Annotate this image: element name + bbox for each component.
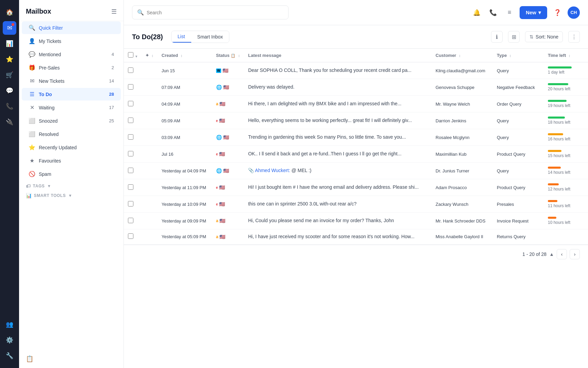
row-checkbox[interactable] xyxy=(128,218,133,223)
row-status: 🌐 🇺🇸 xyxy=(212,79,244,96)
row-checkbox-cell xyxy=(124,213,141,229)
table-row[interactable]: Yesterday at 09:09 PM a 🇺🇸 Hi, Could you… xyxy=(124,213,588,229)
row-time-left: 1 day left xyxy=(544,62,588,79)
header-customer[interactable]: Customer ↕ xyxy=(431,49,493,62)
row-message: 📎 Ahmed Wuckert: @ MEL :) xyxy=(244,163,431,179)
search-box[interactable]: 🔍 xyxy=(132,5,289,19)
row-checkbox[interactable] xyxy=(128,118,133,123)
filter-icon[interactable]: ≡ xyxy=(503,6,516,19)
notifications-icon[interactable]: 🔔 xyxy=(471,6,483,19)
table-row[interactable]: Yesterday at 04:09 PM 🌐 🇺🇸 📎 Ahmed Wucke… xyxy=(124,163,588,179)
row-checkbox[interactable] xyxy=(128,233,133,239)
sidebar-item-spam[interactable]: 🚫 Spam xyxy=(22,168,121,180)
pre-sales-icon: 🎁 xyxy=(29,64,35,71)
row-time-left: 10 hours left xyxy=(544,213,588,229)
help-icon[interactable]: ❓ xyxy=(551,6,564,19)
new-btn-chevron: ▾ xyxy=(538,10,541,16)
rail-star-icon[interactable]: ⭐ xyxy=(3,52,16,66)
list-view-button[interactable]: List xyxy=(172,31,191,43)
table-row[interactable]: Yesterday at 05:09 PM a 🇺🇸 Hi, I have ju… xyxy=(124,229,588,245)
new-tickets-icon: ✉ xyxy=(29,78,35,84)
rail-phone-icon[interactable]: 📞 xyxy=(3,99,16,113)
table-row[interactable]: 03:09 AM 🌐 🇺🇸 Trending in gardening this… xyxy=(124,129,588,146)
row-time-left: 20 hours left xyxy=(544,79,588,96)
table-row[interactable]: 05:09 AM e 🇺🇸 Hello, everything seems to… xyxy=(124,112,588,129)
flag-icon: 🇺🇸 xyxy=(223,135,229,140)
pagination-expand-icon[interactable]: ▲ xyxy=(549,251,554,257)
sidebar-item-waiting[interactable]: ✕ Waiting 17 xyxy=(22,101,121,114)
header-type[interactable]: Type ↕ xyxy=(493,49,544,62)
sidebar-menu-icon[interactable]: ☰ xyxy=(111,8,117,15)
rail-plugin-icon[interactable]: 🔌 xyxy=(3,115,16,129)
time-bar-container: 20 hours left xyxy=(548,83,584,91)
my-tickets-icon: 👤 xyxy=(29,38,35,44)
table-row[interactable]: Yesterday at 11:09 PM e 🇺🇸 Hi! I just bo… xyxy=(124,179,588,196)
row-checkbox[interactable] xyxy=(128,201,133,206)
search-input[interactable] xyxy=(147,10,283,15)
header-status[interactable]: Status 📋 ↕ xyxy=(212,49,244,62)
sort-button[interactable]: ⇅ Sort: None xyxy=(525,31,563,42)
rail-mail-icon[interactable]: ✉ xyxy=(3,21,16,35)
table-row[interactable]: Jun 15 W 🇺🇸 Dear SOPHIA O COLL, Thank yo… xyxy=(124,62,588,79)
sidebar-item-mentioned[interactable]: 💬 Mentioned 4 xyxy=(22,48,121,61)
row-created: 04:09 AM xyxy=(158,96,212,112)
new-button[interactable]: New ▾ xyxy=(520,6,547,19)
row-checkbox[interactable] xyxy=(128,67,133,73)
smart-tools-section[interactable]: 📊 SMART TOOLS ▾ xyxy=(19,190,124,200)
favourites-icon: ★ xyxy=(29,157,35,164)
sidebar-item-favourites[interactable]: ★ Favourites xyxy=(22,154,121,167)
sidebar-item-my-tickets[interactable]: 👤 My Tickets xyxy=(22,35,121,47)
pagination-next-button[interactable]: › xyxy=(570,249,580,259)
info-icon[interactable]: ℹ xyxy=(491,31,503,43)
row-checkbox[interactable] xyxy=(128,168,133,173)
rail-home-icon[interactable]: 🏠 xyxy=(3,5,16,19)
row-checkbox[interactable] xyxy=(128,101,133,106)
tags-section[interactable]: 🏷 TAGS ▾ xyxy=(19,181,124,190)
topbar: 🔍 🔔 📞 ≡ New ▾ ❓ CH xyxy=(124,0,588,25)
smart-inbox-view-button[interactable]: Smart Inbox xyxy=(191,31,229,43)
rail-cart-icon[interactable]: 🛒 xyxy=(3,68,16,82)
table-row[interactable]: 07:09 AM 🌐 🇺🇸 Delivery was delayed. Geno… xyxy=(124,79,588,96)
sidebar-item-new-tickets[interactable]: ✉ New Tickets 14 xyxy=(22,75,121,87)
row-checkbox-cell xyxy=(124,179,141,196)
rail-users-icon[interactable]: 👥 xyxy=(3,318,16,331)
time-label: 1 day left xyxy=(548,70,584,75)
row-checkbox[interactable] xyxy=(128,84,133,90)
row-status: e 🇺🇸 xyxy=(212,112,244,129)
phone-icon[interactable]: 📞 xyxy=(487,6,499,19)
rail-chat-icon[interactable]: 💬 xyxy=(3,84,16,97)
table-row[interactable]: Yesterday at 10:09 PM e 🇺🇸 this one can … xyxy=(124,196,588,213)
header-time-left[interactable]: Time left ↕ xyxy=(544,49,588,62)
select-all-checkbox[interactable] xyxy=(128,52,133,58)
row-status: e 🇺🇸 xyxy=(212,179,244,196)
row-checkbox[interactable] xyxy=(128,151,133,156)
rail-chart-icon[interactable]: 📊 xyxy=(3,37,16,50)
rail-modules-icon[interactable]: ⚙️ xyxy=(3,333,16,347)
row-created: Yesterday at 09:09 PM xyxy=(158,213,212,229)
source-globe-icon: 🌐 xyxy=(216,135,222,140)
row-checkbox[interactable] xyxy=(128,134,133,140)
sidebar-item-snoozed[interactable]: ⬜ Snoozed 25 xyxy=(22,114,121,127)
avatar[interactable]: CH xyxy=(568,6,580,19)
header-chevron[interactable]: ▾ xyxy=(135,55,137,58)
pagination-prev-button[interactable]: ‹ xyxy=(557,249,567,259)
time-bar-container: 12 hours left xyxy=(548,183,584,191)
message-text: Dear SOPHIA O COLL, Thank you for schedu… xyxy=(248,67,411,73)
header-created[interactable]: Created ↕ xyxy=(158,49,212,62)
row-checkbox-cell xyxy=(124,163,141,179)
row-checkbox[interactable] xyxy=(128,184,133,190)
sidebar-bottom-layout-icon[interactable]: 📋 xyxy=(26,355,33,363)
sidebar-item-resolved[interactable]: ⬜ Resolved xyxy=(22,128,121,140)
table-row[interactable]: Jul 16 e 🇺🇸 OK.. I ll send it back and g… xyxy=(124,146,588,163)
time-bar-container: 18 hours left xyxy=(548,117,584,125)
sidebar-item-quick-filter[interactable]: 🔍 Quick Filter xyxy=(22,21,121,34)
time-bar-container: 15 hours left xyxy=(548,150,584,158)
sidebar-item-recently-updated[interactable]: ⭐ Recently Updated xyxy=(22,141,121,154)
rail-settings-icon[interactable]: 🔧 xyxy=(3,349,16,363)
table-row[interactable]: 04:09 AM a 🇺🇸 Hi there, I am delighted w… xyxy=(124,96,588,112)
sidebar-item-to-do[interactable]: ☰ To Do 28 xyxy=(22,88,121,101)
sidebar-item-pre-sales[interactable]: 🎁 Pre-Sales 2 xyxy=(22,61,121,74)
source-ebay-icon: e xyxy=(216,119,218,123)
more-options-icon[interactable]: ⋮ xyxy=(568,31,580,43)
columns-icon[interactable]: ⊞ xyxy=(508,31,520,43)
